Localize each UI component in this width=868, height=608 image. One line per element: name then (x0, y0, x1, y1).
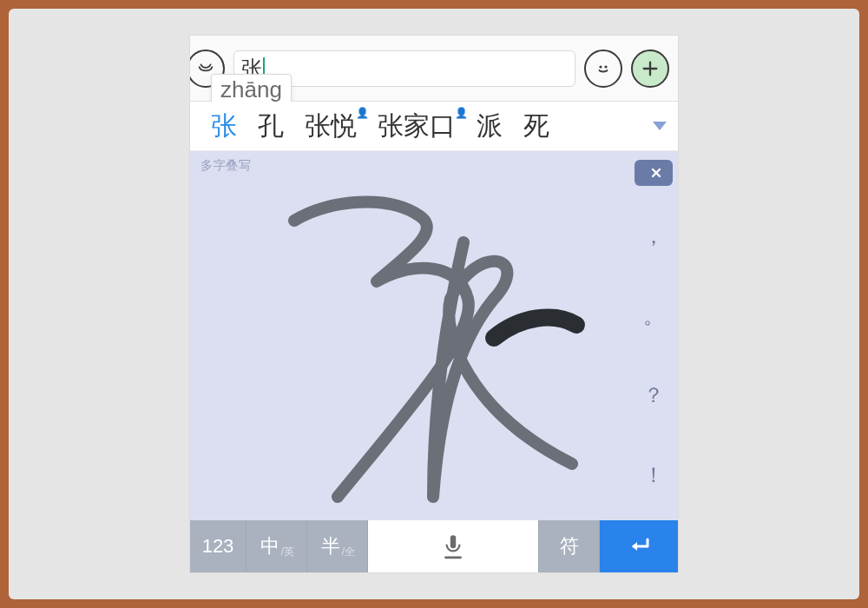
punctuation-column: ， 。 ？ ！ (643, 196, 664, 515)
candidate-item[interactable]: 派 (466, 109, 513, 144)
candidate-item[interactable]: 死 (513, 109, 560, 144)
enter-key[interactable] (600, 520, 678, 572)
svg-point-2 (604, 65, 607, 68)
voice-input-key[interactable] (368, 520, 539, 572)
candidate-item[interactable]: 孔 (247, 109, 294, 144)
language-toggle-key[interactable]: 中/英 (247, 520, 307, 572)
candidate-item[interactable]: 张悦👤 (294, 109, 367, 144)
svg-point-1 (599, 65, 602, 68)
handwriting-side-tools: ， 。 ？ ！ (635, 160, 673, 515)
keyboard-bottom-row: 123 中/英 半/全 符 (190, 520, 678, 572)
chat-compose-row: 张 zhāng (190, 36, 678, 102)
punct-key[interactable]: ？ (643, 374, 664, 416)
punct-key[interactable]: ！ (643, 454, 664, 496)
stage-frame: 张 zhāng 张 孔 张悦👤 张家口👤 派 死 (9, 9, 859, 599)
punct-key[interactable]: ， (643, 215, 664, 257)
candidate-row: 张 孔 张悦👤 张家口👤 派 死 (190, 102, 678, 151)
svg-point-0 (595, 60, 612, 77)
pinyin-preview-text: zhāng (220, 76, 282, 102)
expand-candidates-button[interactable] (648, 115, 671, 137)
backspace-button[interactable] (635, 160, 673, 186)
width-toggle-key[interactable]: 半/全 (307, 520, 368, 572)
svg-rect-4 (450, 535, 456, 548)
emoji-button[interactable] (584, 50, 622, 88)
symbols-key[interactable]: 符 (539, 520, 600, 572)
number-mode-key[interactable]: 123 (190, 520, 247, 572)
chat-textbox-wrap: 张 zhāng (233, 50, 575, 87)
candidate-item[interactable]: 张家口👤 (367, 109, 466, 144)
handwriting-strokes (190, 151, 678, 516)
pinyin-preview-bubble: zhāng (211, 74, 292, 106)
add-button[interactable] (631, 50, 669, 88)
candidate-item[interactable]: 张 (201, 109, 247, 144)
svg-marker-3 (653, 122, 667, 130)
ime-screenshot: 张 zhāng 张 孔 张悦👤 张家口👤 派 死 (190, 36, 678, 572)
punct-key[interactable]: 。 (643, 295, 664, 337)
handwriting-area[interactable]: 多字叠写 ， 。 ？ ！ (190, 151, 678, 520)
